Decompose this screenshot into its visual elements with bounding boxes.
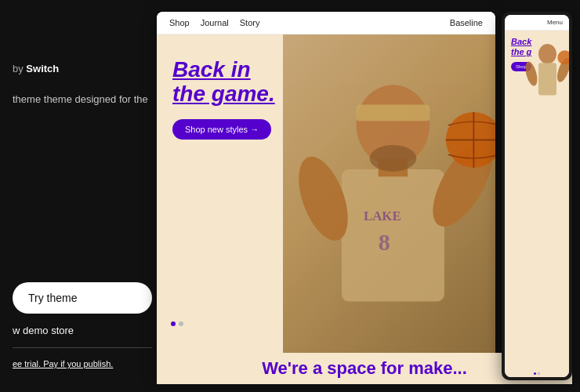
carousel-dot-inactive [179,321,183,326]
sidebar: by Switch theme theme designed for the T… [0,0,165,392]
bottom-teaser-text: We're a space for make... [262,358,467,379]
mobile-menu-label: Menu [547,19,563,26]
mobile-hero: Back the g Shop [505,31,569,370]
mobile-preview: Menu Back the g Shop [502,12,572,380]
try-theme-button[interactable]: Try theme [13,282,152,314]
mobile-dot-active [534,372,536,375]
desktop-nav: Shop Journal Story Baseline [157,12,495,34]
brand-name: Switch [26,63,59,74]
desktop-hero: Back in the game. Shop new styles → [157,34,495,356]
by-switch-label: by Switch [13,63,152,74]
nav-link-shop[interactable]: Shop [169,18,190,27]
mobile-nav: Menu [505,15,569,31]
demo-store-link[interactable]: w demo store [13,325,152,348]
mobile-bottom-dots [505,370,569,377]
hero-heading: Back in the game. [172,58,275,107]
hero-text: Back in the game. Shop new styles → [172,58,275,140]
mobile-inner: Menu Back the g Shop [505,15,569,377]
hero-image: LAKE 8 [283,34,495,356]
bottom-teaser: We're a space for make... [157,353,495,380]
svg-point-14 [526,60,539,87]
svg-point-16 [557,50,569,64]
desktop-preview: Shop Journal Story Baseline Back in the … [157,12,495,380]
svg-point-11 [370,145,417,172]
svg-point-12 [538,44,556,64]
desktop-nav-links: Shop Journal Story [169,18,259,27]
free-trial-text: ee trial. Pay if you publish. [13,359,152,368]
preview-area: Shop Journal Story Baseline Back in the … [157,12,572,380]
svg-rect-0 [342,169,444,301]
nav-link-journal[interactable]: Journal [201,18,229,27]
desktop-nav-brand: Baseline [450,18,483,27]
nav-link-story[interactable]: Story [240,18,260,27]
svg-rect-13 [538,63,556,95]
sidebar-bottom: Try theme w demo store ee trial. Pay if … [13,282,152,376]
hero-cta-button[interactable]: Shop new styles → [172,119,271,140]
theme-description: theme theme designed for the [13,92,152,282]
free-trial-link[interactable]: ee trial. [13,359,41,368]
svg-rect-10 [357,105,430,122]
svg-text:8: 8 [379,229,390,255]
mobile-dot-inactive [538,372,540,375]
carousel-dots [171,321,183,326]
svg-text:LAKE: LAKE [364,209,401,223]
carousel-dot-active [171,321,176,326]
